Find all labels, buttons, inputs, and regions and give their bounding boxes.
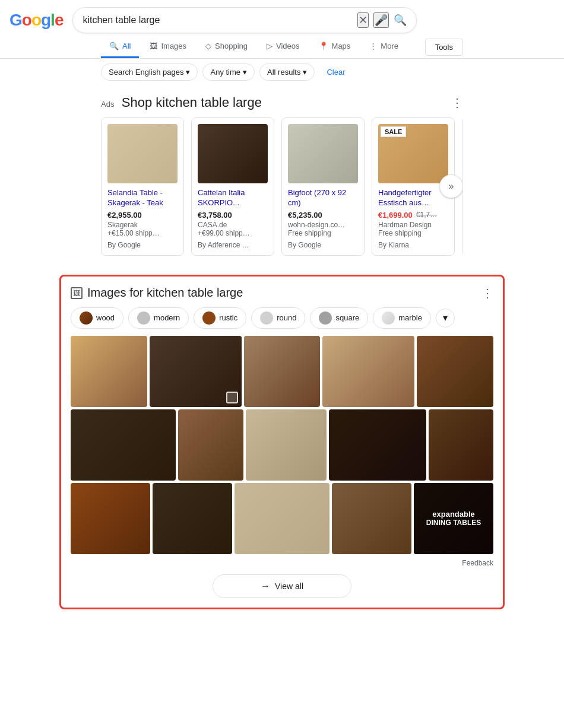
tab-more-label: More bbox=[381, 42, 398, 50]
search-input[interactable] bbox=[83, 15, 353, 26]
images-icon: 🖼 bbox=[71, 287, 83, 299]
tab-all-label: All bbox=[122, 42, 131, 50]
product-card[interactable]: Selandia Table - Skagerak - Teak €2,955.… bbox=[101, 117, 184, 256]
nav-tabs: 🔍 All 🖼 Images ◇ Shopping ▷ Videos 📍 Map… bbox=[0, 33, 564, 59]
voice-search-button[interactable]: 🎤 bbox=[373, 12, 389, 28]
ads-title: Shop kitchen table large bbox=[122, 95, 262, 110]
chip-round[interactable]: round bbox=[251, 307, 305, 329]
ads-header: Ads Shop kitchen table large ⋮ bbox=[101, 95, 463, 110]
image-item[interactable] bbox=[329, 409, 426, 481]
search-bar: ✕ 🎤 🔍 bbox=[72, 7, 417, 33]
image-item[interactable] bbox=[71, 483, 150, 554]
clear-button[interactable]: Clear bbox=[319, 64, 352, 80]
feedback-text[interactable]: Feedback bbox=[71, 559, 493, 567]
chip-rustic[interactable]: rustic bbox=[194, 307, 246, 329]
products-row: Selandia Table - Skagerak - Teak €2,955.… bbox=[101, 117, 463, 256]
expand-chips-button[interactable]: ▾ bbox=[436, 309, 455, 328]
tab-videos[interactable]: ▷ Videos bbox=[258, 36, 308, 58]
image-item[interactable] bbox=[322, 336, 414, 407]
images-tab-icon: 🖼 bbox=[150, 42, 157, 50]
search-button[interactable]: 🔍 bbox=[394, 14, 407, 27]
videos-tab-icon: ▷ bbox=[267, 42, 273, 50]
product-price: €3,758.00 bbox=[198, 211, 268, 220]
filter-bar: Search English pages ▾ Any time ▾ All re… bbox=[0, 59, 564, 85]
chevron-down-icon: ▾ bbox=[186, 68, 190, 77]
tab-all[interactable]: 🔍 All bbox=[101, 36, 139, 58]
tools-button[interactable]: Tools bbox=[425, 39, 463, 56]
product-price-original: €1,7… bbox=[416, 211, 437, 219]
view-all-button[interactable]: → View all bbox=[213, 574, 351, 598]
image-item[interactable] bbox=[244, 336, 321, 407]
product-name: Bigfoot (270 x 92 cm) bbox=[288, 188, 358, 208]
clear-search-button[interactable]: ✕ bbox=[357, 12, 369, 28]
view-all-label: View all bbox=[275, 581, 303, 591]
image-item[interactable] bbox=[71, 336, 147, 407]
chip-square-img bbox=[319, 311, 332, 325]
product-card[interactable]: Cattelan Italia SKORPIO... €3,758.00 CAS… bbox=[191, 117, 274, 256]
product-by: By Google bbox=[288, 241, 358, 249]
tab-maps-label: Maps bbox=[332, 42, 351, 50]
product-image bbox=[198, 124, 268, 183]
chip-wood[interactable]: wood bbox=[71, 307, 123, 329]
images-section: 🖼 Images for kitchen table large ⋮ wood … bbox=[59, 275, 505, 609]
product-shipping: +€15.00 shipp… bbox=[107, 229, 178, 237]
image-item[interactable]: expandable DINING TABLES bbox=[414, 483, 493, 554]
ads-header-left: Ads Shop kitchen table large bbox=[101, 95, 262, 110]
product-shipping: Free shipping bbox=[288, 229, 358, 237]
image-item[interactable] bbox=[150, 336, 242, 407]
image-item[interactable] bbox=[235, 483, 330, 554]
product-price-sale: €1,699.00 bbox=[378, 211, 413, 220]
product-image bbox=[288, 124, 358, 183]
product-by: By Google bbox=[107, 241, 178, 249]
image-item[interactable] bbox=[417, 336, 493, 407]
image-item[interactable] bbox=[71, 409, 176, 481]
all-icon: 🔍 bbox=[109, 42, 119, 50]
product-name: Cattelan Italia SKORPIO... bbox=[198, 188, 268, 208]
tab-videos-label: Videos bbox=[276, 42, 300, 50]
product-card[interactable]: Bigfoot (270 x 92 cm) €5,235.00 wohn-des… bbox=[281, 117, 365, 256]
language-filter[interactable]: Search English pages ▾ bbox=[101, 63, 198, 81]
chip-modern-img bbox=[137, 311, 150, 325]
chip-wood-img bbox=[80, 311, 93, 325]
product-shop: Hardman Design bbox=[378, 221, 448, 229]
tab-more[interactable]: ⋮ More bbox=[361, 36, 407, 58]
product-name: Handgefertigter Esstisch aus… bbox=[378, 188, 448, 208]
image-item[interactable] bbox=[153, 483, 232, 554]
chip-square[interactable]: square bbox=[310, 307, 368, 329]
chip-marble[interactable]: marble bbox=[373, 307, 431, 329]
tab-maps[interactable]: 📍 Maps bbox=[310, 36, 359, 58]
product-image bbox=[107, 124, 178, 183]
product-price: €2,955.00 bbox=[107, 211, 178, 220]
time-filter[interactable]: Any time ▾ bbox=[202, 63, 255, 81]
view-all-container: → View all bbox=[71, 574, 493, 598]
results-chevron-icon: ▾ bbox=[303, 68, 307, 77]
chip-modern[interactable]: modern bbox=[128, 307, 189, 329]
chip-rustic-label: rustic bbox=[219, 313, 237, 322]
image-item[interactable] bbox=[178, 409, 243, 481]
image-grid-row-3: expandable DINING TABLES bbox=[71, 483, 493, 554]
chip-round-img bbox=[260, 311, 273, 325]
dining-tables-text: expandable bbox=[432, 510, 475, 519]
image-item[interactable] bbox=[429, 409, 493, 481]
image-grid-row-1 bbox=[71, 336, 493, 407]
product-shop: wohn-design.co… bbox=[288, 221, 358, 229]
ads-label: Ads bbox=[101, 100, 114, 109]
image-item[interactable] bbox=[246, 409, 327, 481]
header: Google ✕ 🎤 🔍 bbox=[0, 0, 564, 33]
next-products-button[interactable]: » bbox=[439, 174, 463, 198]
image-item[interactable] bbox=[332, 483, 411, 554]
images-section-title: Images for kitchen table large bbox=[87, 286, 243, 300]
images-header: 🖼 Images for kitchen table large ⋮ bbox=[71, 286, 493, 300]
product-shipping: Free shipping bbox=[378, 229, 448, 237]
google-logo: Google bbox=[9, 11, 63, 30]
tab-shopping[interactable]: ◇ Shopping bbox=[197, 36, 256, 58]
images-more-button[interactable]: ⋮ bbox=[481, 286, 493, 300]
tab-shopping-label: Shopping bbox=[215, 42, 248, 50]
results-filter[interactable]: All results ▾ bbox=[259, 63, 315, 81]
tab-images[interactable]: 🖼 Images bbox=[141, 36, 195, 58]
more-tab-icon: ⋮ bbox=[369, 42, 377, 50]
chip-wood-label: wood bbox=[96, 313, 115, 322]
ads-more-button[interactable]: ⋮ bbox=[451, 96, 463, 110]
image-grid-row-2 bbox=[71, 409, 493, 481]
results-filter-label: All results bbox=[267, 68, 300, 77]
